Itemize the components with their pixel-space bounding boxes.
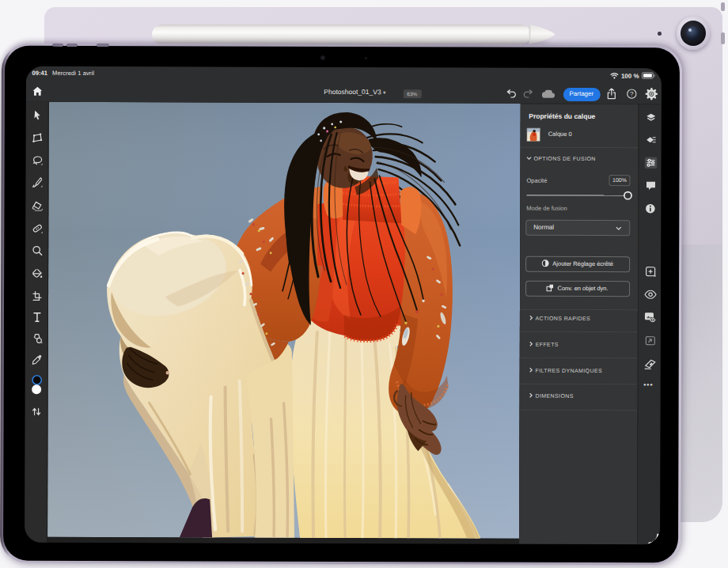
svg-text:100 %: 100 % (620, 73, 639, 80)
svg-text:?: ? (630, 90, 634, 97)
